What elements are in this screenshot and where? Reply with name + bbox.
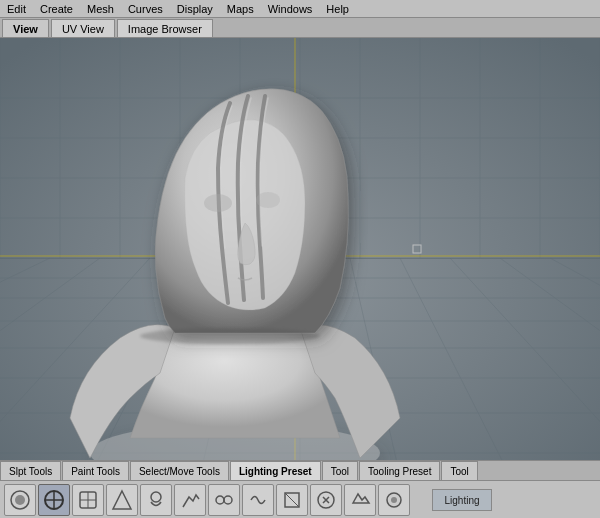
menu-help[interactable]: Help [323,3,352,15]
toolbar-tab-tooling-preset[interactable]: Tooling Preset [359,461,440,480]
menu-edit[interactable]: Edit [4,3,29,15]
tool-icon-8[interactable] [242,484,274,516]
bottom-toolbar: Slpt Tools Paint Tools Select/Move Tools… [0,460,600,518]
tool-icon-1[interactable] [4,484,36,516]
tab-uv-view[interactable]: UV View [51,19,115,37]
viewport [0,38,600,476]
tool-icon-4[interactable] [106,484,138,516]
menu-bar: Edit Create Mesh Curves Display Maps Win… [0,0,600,18]
menu-display[interactable]: Display [174,3,216,15]
toolbar-tab-tool2[interactable]: Tool [441,461,477,480]
svg-line-58 [285,493,299,507]
toolbar-tab-lighting-preset[interactable]: Lighting Preset [230,461,321,480]
svg-point-56 [224,496,232,504]
svg-point-55 [216,496,224,504]
tool-icon-10[interactable] [310,484,342,516]
svg-point-61 [391,497,397,503]
toolbar-tab-select-move[interactable]: Select/Move Tools [130,461,229,480]
svg-point-41 [204,194,232,212]
menu-create[interactable]: Create [37,3,76,15]
toolbar-tab-paint-tools[interactable]: Paint Tools [62,461,129,480]
menu-maps[interactable]: Maps [224,3,257,15]
svg-point-46 [15,495,25,505]
tool-icon-9[interactable] [276,484,308,516]
tool-icon-5[interactable] [140,484,172,516]
tab-view[interactable]: View [2,19,49,37]
menu-mesh[interactable]: Mesh [84,3,117,15]
lighting-preset-button[interactable]: Lighting [432,489,492,511]
tool-icon-11[interactable] [344,484,376,516]
svg-marker-53 [113,491,131,509]
svg-point-54 [151,492,161,502]
tab-bar: View UV View Image Browser [0,18,600,38]
tab-image-browser[interactable]: Image Browser [117,19,213,37]
svg-point-43 [140,328,320,344]
tool-icon-7[interactable] [208,484,240,516]
tool-icon-3[interactable] [72,484,104,516]
svg-point-42 [256,192,280,208]
tool-icon-2[interactable] [38,484,70,516]
tool-icon-6[interactable] [174,484,206,516]
menu-windows[interactable]: Windows [265,3,316,15]
viewport-scene [0,38,600,476]
toolbar-icons: Lighting [0,481,600,518]
menu-curves[interactable]: Curves [125,3,166,15]
tool-icon-12[interactable] [378,484,410,516]
toolbar-tab-bar: Slpt Tools Paint Tools Select/Move Tools… [0,461,600,481]
toolbar-tab-tool[interactable]: Tool [322,461,358,480]
toolbar-tab-sculpt-tools[interactable]: Slpt Tools [0,461,61,480]
